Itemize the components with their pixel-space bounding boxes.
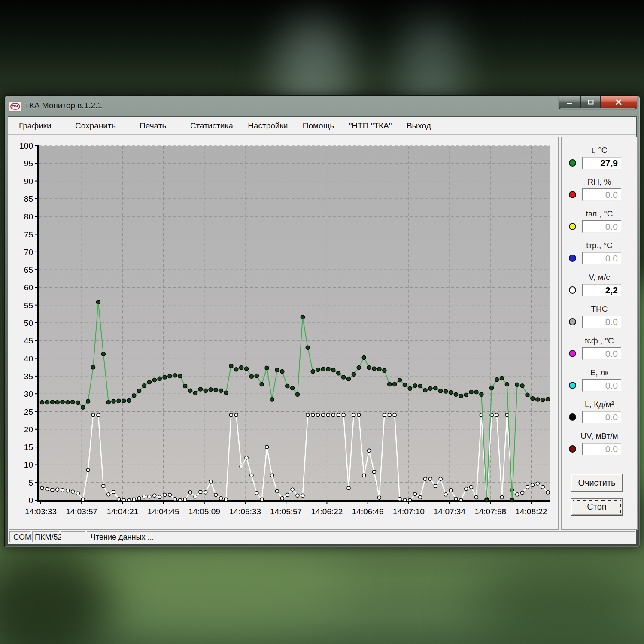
svg-text:0: 0 [28,496,33,505]
menu-item-print[interactable]: Печать ... [133,117,182,134]
sensor-value-field[interactable] [582,379,621,392]
series-color-dot [569,318,576,325]
svg-text:14:04:21: 14:04:21 [106,507,138,516]
clear-button[interactable]: Очистить [571,474,623,492]
svg-text:14:05:33: 14:05:33 [229,507,261,516]
sensor-value-field[interactable] [582,347,621,360]
svg-text:50: 50 [24,319,33,328]
menu-item-exit[interactable]: Выход [400,117,437,134]
sensor-ths: ТНС [562,304,637,328]
series-color-dot [569,445,576,453]
svg-text:65: 65 [24,265,33,274]
wallpaper-blur [77,537,356,631]
sensor-label: ТНС [562,304,637,315]
status-extra [61,531,85,542]
sensor-label: L, Кд/м² [562,400,637,410]
sensor-uv: UV, мВт/м [562,431,637,456]
sensor-value-field[interactable] [582,316,621,328]
menu-item-save[interactable]: Сохранить ... [69,117,131,134]
svg-text:75: 75 [24,230,33,239]
series-color-dot [569,286,576,294]
menu-item-ntp-tka[interactable]: "НТП "ТКА" [343,117,398,134]
sensor-value-field[interactable] [582,157,621,169]
sensor-label: V, м/с [562,273,637,283]
svg-text:5: 5 [28,478,33,487]
menu-item-graphs[interactable]: Графики ... [12,117,67,134]
status-com-port: COM3 [9,531,31,542]
titlebar[interactable]: ТКА ТКА Монитор в.1.2.1 [5,96,640,116]
svg-text:80: 80 [24,212,33,221]
sensor-value-field[interactable] [582,411,621,423]
maximize-button[interactable] [581,96,601,108]
svg-text:60: 60 [24,283,33,292]
sensor-value-field[interactable] [582,188,621,201]
series-color-dot [569,159,576,167]
series-color-dot [569,191,576,198]
sensor-value-field[interactable] [582,220,621,233]
svg-text:14:03:33: 14:03:33 [25,507,57,516]
svg-text:20: 20 [24,425,33,434]
svg-text:55: 55 [24,301,33,310]
series-color-dot [569,350,576,357]
svg-text:14:05:09: 14:05:09 [188,507,220,516]
svg-text:14:04:45: 14:04:45 [148,507,179,516]
screen: ТКА ТКА Монитор в.1.2.1 Графики ... Сохр… [0,0,644,644]
maximize-icon [588,100,594,105]
app-icon: ТКА [9,101,21,112]
svg-text:14:08:22: 14:08:22 [515,507,547,516]
menu-item-help[interactable]: Помощь [296,117,340,134]
sensor-e: E, лк [562,368,637,392]
tka-logo-icon: ТКА [10,103,20,110]
sensor-label: tтр., °C [562,241,637,251]
sensor-value-field[interactable] [582,443,621,455]
sensor-label: t, °C [562,146,637,156]
caption-buttons [559,96,637,109]
status-device: ПКМ/52 [32,531,60,542]
wallpaper-blur [472,558,644,644]
svg-text:14:06:22: 14:06:22 [311,507,343,516]
svg-text:85: 85 [24,194,33,204]
svg-text:70: 70 [24,248,33,257]
minimize-icon [567,100,573,104]
statusbar: COM3 ПКМ/52 Чтение данных ... [8,530,636,544]
chart-panel: 0510152025303540455055606570758085909510… [9,137,559,530]
svg-text:95: 95 [24,159,33,168]
menubar: Графики ... Сохранить ... Печать ... Ста… [8,117,636,135]
chart-svg: 0510152025303540455055606570758085909510… [9,137,557,529]
svg-text:100: 100 [19,141,33,150]
menu-item-statistics[interactable]: Статистика [184,117,240,134]
svg-text:35: 35 [24,372,33,381]
sensor-l: L, Кд/м² [562,400,637,424]
svg-text:14:07:10: 14:07:10 [393,507,425,516]
sensor-label: tсф., °C [562,336,637,346]
sensor-label: UV, мВт/м [562,431,637,442]
client-area: Графики ... Сохранить ... Печать ... Ста… [8,116,637,544]
sensor-twet: tвл., °C [562,209,637,233]
svg-text:30: 30 [24,389,33,398]
series-color-dot [569,223,576,230]
sensor-label: tвл., °C [562,209,637,219]
series-color-dot [569,382,576,389]
series-color-dot [569,413,576,421]
series-color-dot [569,255,576,262]
minimize-button[interactable] [559,96,581,108]
sensor-v: V, м/с [562,273,637,297]
sensor-label: E, лк [562,368,637,378]
svg-text:14:07:58: 14:07:58 [474,507,506,516]
sensor-value-field[interactable] [582,284,621,296]
sensor-panel: t, °C RH, % tвл., °C tтр., °C [561,137,638,530]
app-window: ТКА ТКА Монитор в.1.2.1 Графики ... Сохр… [4,95,640,547]
svg-text:45: 45 [24,336,33,345]
svg-text:90: 90 [24,177,33,186]
menu-item-settings[interactable]: Настройки [241,117,294,134]
close-button[interactable] [601,96,637,108]
window-title: ТКА Монитор в.1.2.1 [24,101,102,110]
svg-text:14:07:34: 14:07:34 [434,507,465,516]
svg-text:14:05:57: 14:05:57 [270,507,302,516]
svg-text:10: 10 [24,460,33,469]
svg-text:40: 40 [24,354,33,363]
svg-text:14:06:46: 14:06:46 [352,507,384,516]
stop-button[interactable]: Стоп [571,498,623,515]
sensor-value-field[interactable] [582,252,621,264]
sensor-rh: RH, % [562,177,637,201]
